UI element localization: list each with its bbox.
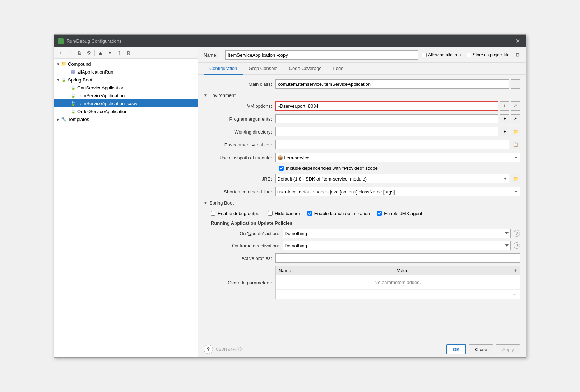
enable-debug-group[interactable]: Enable debug output <box>211 211 261 216</box>
config-content: Main class: … ▼ Environment VM options: <box>198 75 526 341</box>
classpath-select[interactable]: 📦 item-service <box>275 153 520 162</box>
env-vars-label: Environment variables: <box>204 142 275 148</box>
vm-options-label: VM options: <box>204 103 275 109</box>
env-vars-input[interactable] <box>275 140 509 149</box>
add-config-button[interactable]: + <box>56 49 65 57</box>
classpath-field: 📦 item-service <box>275 153 520 162</box>
cart-icon: 🍃 <box>70 85 76 90</box>
vm-options-expand-button[interactable]: + <box>500 101 509 111</box>
update-action-select[interactable]: Do nothing Update classes and resources <box>283 229 511 238</box>
vm-options-input[interactable] <box>275 101 498 111</box>
jre-field: Default (1.8 - SDK of 'item-service' mod… <box>275 174 520 183</box>
store-project-group[interactable]: Store as project file <box>467 52 510 57</box>
help-button[interactable]: ? <box>204 345 213 354</box>
classpath-row: Use classpath of module: 📦 item-service <box>204 153 520 163</box>
name-input[interactable] <box>225 50 418 60</box>
program-args-fullscreen-button[interactable]: ⤢ <box>511 114 520 123</box>
remove-config-button[interactable]: − <box>66 49 74 57</box>
jre-select[interactable]: Default (1.8 - SDK of 'item-service' mod… <box>275 174 509 183</box>
frame-deactivation-label: On frame deactivation: <box>211 243 283 248</box>
override-add-button[interactable]: + <box>512 266 520 274</box>
frame-deactivation-row: On frame deactivation: Do nothing Update… <box>211 241 520 250</box>
spring-boot-arrow: ▼ <box>204 201 207 205</box>
close-button[interactable]: ✕ <box>513 37 522 45</box>
vm-options-fullscreen-button[interactable]: ⤢ <box>511 101 520 111</box>
move-down-button[interactable]: ▼ <box>106 49 114 57</box>
spring-boot-section-label: Spring Boot <box>209 200 234 206</box>
enable-debug-checkbox[interactable] <box>211 211 215 216</box>
settings-button[interactable]: ⚙ <box>84 49 93 57</box>
tree-item-all-app-run[interactable]: ▦ allApplicationRun <box>54 68 198 76</box>
working-dir-browse-button[interactable]: 📁 <box>511 127 520 136</box>
tab-code-coverage[interactable]: Code Coverage <box>283 63 328 75</box>
share-button[interactable]: ⇑ <box>115 49 124 57</box>
tree-item-item-service[interactable]: 🍃 ItemServiceApplication <box>54 92 198 99</box>
working-dir-label: Working directory: <box>204 129 275 135</box>
sort-button[interactable]: ⇅ <box>124 49 133 57</box>
tab-configuration[interactable]: Configuration <box>204 63 243 75</box>
active-profiles-field <box>275 253 520 263</box>
title-bar-left: Run/Debug Configurations <box>58 38 121 44</box>
gear-icon[interactable]: ⚙ <box>515 52 520 58</box>
tree-item-compound[interactable]: ▼ 📁 Compound <box>54 60 198 68</box>
jre-browse-button[interactable]: 📁 <box>511 174 520 183</box>
enable-jmx-group[interactable]: Enable JMX agent <box>377 211 422 216</box>
tree-item-cart-service[interactable]: 🍃 CartServiceApplication <box>54 84 198 92</box>
override-remove-button[interactable]: − <box>510 290 518 298</box>
env-vars-browse-button[interactable]: 📋 <box>511 140 520 149</box>
hide-banner-checkbox[interactable] <box>268 211 273 216</box>
active-profiles-row: Active profiles: <box>204 253 520 263</box>
frame-deactivation-select[interactable]: Do nothing Update classes and resources <box>283 241 511 250</box>
tree-item-item-service-copy[interactable]: 🍃 ItemServiceApplication -copy <box>54 99 198 107</box>
apply-button[interactable]: Apply <box>496 344 520 354</box>
working-dir-input[interactable] <box>275 127 498 136</box>
bottom-right: OK Close Apply <box>446 344 520 354</box>
main-class-browse-button[interactable]: … <box>511 79 520 89</box>
shorten-cmd-select[interactable]: user-local default: none - java [options… <box>275 187 520 196</box>
item-icon: 🍃 <box>70 93 76 98</box>
dialog-close-button[interactable]: Close <box>469 344 493 354</box>
tab-grep-console[interactable]: Grep Console <box>243 63 283 75</box>
templates-icon: 🔧 <box>61 116 66 122</box>
program-args-input[interactable] <box>275 114 498 123</box>
tree-item-templates[interactable]: ▶ 🔧 Templates <box>54 115 198 123</box>
override-params-row: Override parameters: Name Value + <box>204 266 520 299</box>
main-class-input[interactable] <box>275 79 509 89</box>
enable-launch-checkbox[interactable] <box>307 211 312 216</box>
all-app-run-label: allApplicationRun <box>77 69 113 75</box>
frame-deactivation-help-icon[interactable]: ? <box>514 242 520 249</box>
dialog-title: Run/Debug Configurations <box>66 38 121 44</box>
override-bottom-bar: − <box>276 289 520 299</box>
move-up-button[interactable]: ▲ <box>96 49 105 57</box>
environment-section-header[interactable]: ▼ Environment <box>204 93 520 98</box>
include-provided-checkbox[interactable] <box>279 166 284 171</box>
working-dir-expand-button[interactable]: + <box>500 127 509 136</box>
enable-jmx-checkbox[interactable] <box>377 211 382 216</box>
allow-parallel-checkbox[interactable] <box>422 53 427 57</box>
store-project-checkbox[interactable] <box>467 53 471 57</box>
item-label: ItemServiceApplication <box>77 93 125 98</box>
running-update-title: Running Application Update Policies <box>211 220 520 226</box>
enable-launch-group[interactable]: Enable launch optimization <box>307 211 370 216</box>
override-params-field: Name Value + No parameters added. − <box>275 266 520 299</box>
tree-item-spring-boot[interactable]: ▼ 🍃 Spring Boot <box>54 76 198 84</box>
bottom-left: ? CSDN @何坏违 <box>204 345 244 354</box>
active-profiles-input[interactable] <box>275 253 520 263</box>
shorten-cmd-field: user-local default: none - java [options… <box>275 187 520 196</box>
override-params-label: Override parameters: <box>204 280 275 285</box>
update-action-help-icon[interactable]: ? <box>514 230 520 237</box>
order-icon: 🍃 <box>70 108 76 114</box>
vm-options-label-text: VM options: <box>247 103 272 109</box>
environment-label: Environment <box>209 93 236 98</box>
environment-arrow: ▼ <box>204 93 207 97</box>
ok-button[interactable]: OK <box>446 344 467 354</box>
copy-config-button[interactable]: ⧉ <box>75 49 84 57</box>
program-args-expand-button[interactable]: + <box>500 114 509 123</box>
hide-banner-group[interactable]: Hide banner <box>268 211 300 216</box>
tree-item-order-service[interactable]: 🍃 OrderServiceApplication <box>54 107 198 115</box>
tab-logs[interactable]: Logs <box>328 63 349 75</box>
update-action-field: Do nothing Update classes and resources … <box>283 229 520 238</box>
allow-parallel-group[interactable]: Allow parallel run <box>422 52 461 57</box>
compound-label: Compound <box>68 61 91 67</box>
spring-boot-section-header[interactable]: ▼ Spring Boot <box>204 200 520 206</box>
